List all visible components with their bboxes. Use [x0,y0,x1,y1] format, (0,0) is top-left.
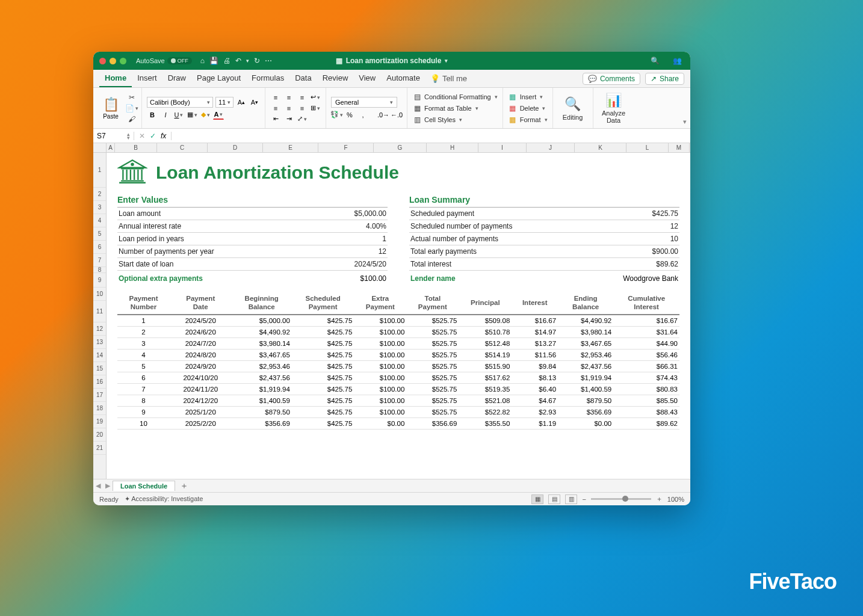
table-cell[interactable]: $2.93 [512,406,558,417]
tab-data[interactable]: Data [289,70,317,87]
table-header[interactable]: EndingBalance [558,292,613,315]
table-cell[interactable]: $512.48 [459,337,512,349]
close-window[interactable] [99,58,106,64]
format-painter-icon[interactable]: 🖌 [127,114,137,124]
table-cell[interactable]: 8 [117,395,170,406]
row-header[interactable]: 15 [93,362,106,375]
cut-icon[interactable]: ✂ [127,93,137,102]
increase-decimal-icon[interactable]: .0→ [378,110,389,120]
table-cell[interactable]: 2 [117,326,170,337]
input-value[interactable]: $5,000.00 [354,209,386,218]
search-icon[interactable]: 🔍 [651,57,660,65]
table-header[interactable]: ExtraPayment [354,292,406,315]
table-cell[interactable]: $3,467.65 [558,337,613,349]
row-header[interactable]: 1 [93,153,106,188]
table-cell[interactable]: 2024/12/20 [170,395,232,406]
table-cell[interactable]: $11.56 [512,349,558,360]
table-cell[interactable]: $515.90 [459,360,512,372]
table-cell[interactable]: $425.75 [292,383,354,395]
tab-formulas[interactable]: Formulas [246,70,289,87]
table-cell[interactable]: $879.50 [558,395,613,406]
undo-dropdown-icon[interactable]: ▾ [246,58,249,64]
table-cell[interactable]: 2024/5/20 [170,315,232,327]
row-header[interactable]: 4 [93,214,106,227]
align-bottom-icon[interactable]: ≡ [297,93,308,102]
percent-icon[interactable]: % [344,110,355,120]
table-cell[interactable]: $8.13 [512,372,558,383]
table-cell[interactable]: 2024/8/20 [170,349,232,360]
orientation-icon[interactable]: ⤢▾ [297,114,308,124]
row-header[interactable]: 8 [93,267,106,273]
share-people-icon[interactable]: 👥 [673,57,682,65]
col-header[interactable]: D [208,143,263,152]
table-cell[interactable]: $74.43 [613,372,679,383]
copy-icon[interactable]: 📄▾ [127,103,137,113]
table-cell[interactable]: $879.50 [232,406,292,417]
input-value[interactable]: 12 [379,247,386,256]
table-cell[interactable]: $425.75 [292,372,354,383]
home-icon[interactable]: ⌂ [200,57,205,65]
font-color-button[interactable]: A▾ [213,110,224,120]
decrease-decimal-icon[interactable]: ←.0 [391,110,402,120]
format-cells-button[interactable]: ▦Format▾ [508,115,548,125]
table-header[interactable]: BeginningBalance [232,292,292,315]
table-cell[interactable]: 6 [117,372,170,383]
tab-view[interactable]: View [353,70,381,87]
table-cell[interactable]: 7 [117,383,170,395]
view-page-break-icon[interactable]: ▥ [565,494,577,504]
col-header[interactable]: A [107,143,115,152]
table-cell[interactable]: $3,980.14 [558,326,613,337]
shrink-font-icon[interactable]: A▾ [249,97,260,107]
accessibility-status[interactable]: ✦ Accessibility: Investigate [125,495,203,503]
analyze-data-button[interactable]: 📊 Analyze Data [598,92,629,124]
row-header[interactable]: 11 [93,301,106,322]
tab-review[interactable]: Review [317,70,354,87]
borders-button[interactable]: ▦▾ [187,110,197,120]
align-center-icon[interactable]: ≡ [283,103,294,113]
table-cell[interactable]: $88.43 [613,406,679,417]
ribbon-collapse-icon[interactable]: ▾ [679,116,690,128]
minimize-window[interactable] [110,58,116,64]
table-cell[interactable]: 3 [117,337,170,349]
col-header[interactable]: B [115,143,157,152]
fill-color-button[interactable]: ◆▾ [200,110,211,120]
indent-icon[interactable]: ⇥ [283,114,294,124]
table-cell[interactable]: $2,437.56 [558,360,613,372]
table-cell[interactable]: $1,400.59 [232,395,292,406]
extra-payments-value[interactable]: $100.00 [360,274,386,283]
tab-page-layout[interactable]: Page Layout [191,70,246,87]
table-cell[interactable]: $525.75 [406,349,459,360]
row-header[interactable]: 14 [93,349,106,362]
table-cell[interactable]: $525.75 [406,315,459,327]
table-cell[interactable]: $14.97 [512,326,558,337]
table-cell[interactable]: $0.00 [558,417,613,429]
table-cell[interactable]: $522.82 [459,406,512,417]
table-cell[interactable]: $100.00 [354,349,406,360]
sheet-tab-active[interactable]: Loan Schedule [113,481,175,491]
editing-button[interactable]: 🔍 Editing [558,96,588,121]
cells-area[interactable]: Loan Amortization Schedule Enter Values … [107,153,690,479]
fx-icon[interactable]: fx [161,132,166,140]
delete-cells-button[interactable]: ▦Delete▾ [508,103,548,113]
bold-button[interactable]: B [147,110,158,120]
table-cell[interactable]: $56.46 [613,349,679,360]
row-header[interactable]: 17 [93,389,106,402]
col-header[interactable]: L [626,143,669,152]
tab-insert[interactable]: Insert [132,70,162,87]
tab-prev-icon[interactable]: ◀ [93,482,103,490]
table-header[interactable]: PaymentDate [170,292,232,315]
view-normal-icon[interactable]: ▦ [531,494,543,504]
table-header[interactable]: ScheduledPayment [292,292,354,315]
row-header[interactable]: 5 [93,227,106,241]
table-cell[interactable]: $517.62 [459,372,512,383]
table-cell[interactable]: $525.75 [406,337,459,349]
zoom-slider[interactable] [591,498,651,500]
table-cell[interactable]: $356.69 [406,417,459,429]
tab-next-icon[interactable]: ▶ [103,482,113,490]
table-cell[interactable]: $89.62 [613,417,679,429]
table-header[interactable]: TotalPayment [406,292,459,315]
table-cell[interactable]: $3,980.14 [232,337,292,349]
table-cell[interactable]: 4 [117,349,170,360]
table-cell[interactable]: $3,467.65 [232,349,292,360]
wrap-text-icon[interactable]: ↩▾ [310,93,321,102]
